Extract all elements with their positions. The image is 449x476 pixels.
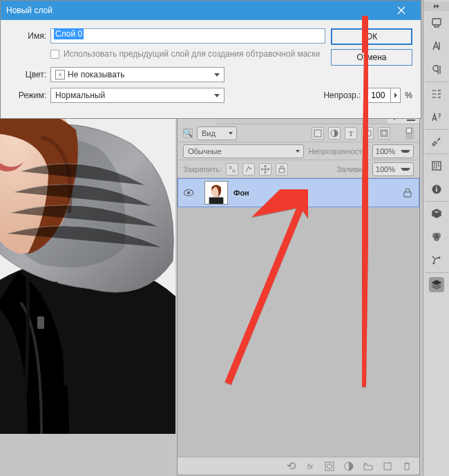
color-label: Цвет: — [9, 70, 50, 79]
svg-point-21 — [436, 187, 437, 188]
dock-collapse-button[interactable] — [423, 1, 449, 11]
opacity-label: Непрозр.: — [323, 91, 361, 100]
layer-filter-row: 🔍 Вид T — [178, 124, 419, 142]
blend-mode-select[interactable]: Обычные — [183, 144, 304, 158]
clipping-mask-checkbox — [50, 50, 59, 59]
new-layer-dialog: Новый слой Имя: Слой 0 Использовать пред… — [0, 0, 421, 119]
cancel-button[interactable]: Отмена — [331, 49, 412, 66]
layer-list[interactable]: Фон — [178, 178, 419, 457]
svg-rect-13 — [404, 192, 411, 197]
svg-point-25 — [434, 236, 439, 241]
svg-rect-6 — [382, 131, 386, 135]
add-mask-icon[interactable] — [324, 461, 335, 472]
close-icon[interactable] — [388, 1, 415, 20]
fill-opacity-input[interactable]: 100% — [372, 162, 414, 176]
lock-label: Закрепить: — [183, 165, 222, 173]
properties-icon[interactable] — [429, 158, 444, 173]
layer-thumbnail[interactable] — [204, 181, 228, 204]
document-canvas[interactable] — [0, 109, 175, 434]
opacity-unit: % — [405, 91, 412, 100]
svg-rect-14 — [325, 462, 334, 470]
history-brush-icon[interactable] — [429, 15, 444, 30]
paragraph-icon[interactable] — [429, 62, 444, 77]
svg-rect-2 — [314, 130, 321, 137]
layer-fx-icon[interactable]: fx — [305, 461, 316, 472]
name-label: Имя: — [9, 31, 50, 41]
filter-smart-icon[interactable] — [378, 127, 390, 140]
character-icon[interactable] — [429, 39, 444, 54]
adjustments-icon[interactable] — [429, 134, 444, 149]
filter-type-select[interactable]: Вид — [197, 126, 237, 140]
delete-layer-icon[interactable] — [401, 461, 412, 472]
svg-rect-17 — [384, 463, 391, 470]
clipping-mask-label: Использовать предыдущий слой для создани… — [64, 49, 320, 59]
layer-name-input[interactable]: Слой 0 — [50, 28, 325, 44]
lock-all-icon[interactable] — [276, 163, 288, 175]
dialog-titlebar[interactable]: Новый слой — [1, 1, 421, 20]
filter-type-icon[interactable]: T — [345, 127, 357, 140]
filter-toggle-switch[interactable] — [405, 127, 414, 140]
ok-button[interactable]: ОК — [331, 28, 412, 45]
new-layer-icon[interactable] — [382, 461, 393, 472]
channels-icon[interactable] — [429, 229, 444, 245]
right-panel-dock — [423, 0, 449, 476]
dialog-title: Новый слой — [6, 6, 388, 15]
layer-opacity-label: Непрозрачность: — [308, 147, 367, 155]
new-adjustment-icon[interactable] — [343, 461, 354, 472]
opacity-input[interactable] — [365, 88, 401, 103]
mode-label: Режим: — [9, 91, 50, 100]
layer-name-label[interactable]: Фон — [233, 189, 249, 197]
filter-adjust-icon[interactable] — [328, 127, 341, 140]
visibility-toggle[interactable] — [178, 189, 199, 196]
new-group-icon[interactable] — [363, 461, 374, 472]
svg-rect-8 — [232, 169, 236, 173]
3d-icon[interactable] — [429, 206, 444, 221]
svg-rect-4 — [364, 131, 371, 136]
svg-rect-22 — [436, 189, 437, 192]
paths-icon[interactable] — [429, 253, 444, 268]
opacity-flyout-button[interactable] — [390, 88, 400, 102]
lock-pixels-icon[interactable] — [242, 163, 255, 175]
lock-transparency-icon[interactable] — [226, 163, 238, 175]
info-icon[interactable] — [429, 182, 444, 197]
svg-rect-7 — [229, 166, 232, 169]
blend-mode-select[interactable]: Нормальный — [50, 88, 224, 103]
svg-rect-12 — [209, 198, 224, 204]
layers-panel-footer: ⟲ fx — [178, 457, 419, 475]
fill-label: Заливка: — [336, 165, 367, 173]
layer-row-background[interactable]: Фон — [178, 178, 419, 207]
layers-icon[interactable] — [429, 277, 444, 292]
svg-rect-18 — [432, 19, 441, 25]
lock-icon — [403, 188, 412, 198]
svg-rect-9 — [279, 169, 285, 173]
layer-color-select[interactable]: × Не показывать — [50, 67, 224, 82]
layer-comps-icon[interactable] — [429, 86, 444, 102]
link-layers-icon[interactable]: ⟲ — [285, 461, 296, 472]
svg-point-15 — [327, 464, 332, 468]
filter-pixel-icon[interactable] — [312, 127, 324, 140]
paragraph-styles-icon[interactable] — [429, 110, 444, 125]
layer-opacity-input[interactable]: 100% — [372, 144, 414, 158]
lock-position-icon[interactable] — [259, 163, 271, 175]
layers-panel: Слои 🔍 Вид T Обычные Непрозрачность: 100… — [177, 107, 420, 475]
filter-shape-icon[interactable] — [361, 127, 374, 140]
svg-rect-1 — [37, 316, 44, 329]
